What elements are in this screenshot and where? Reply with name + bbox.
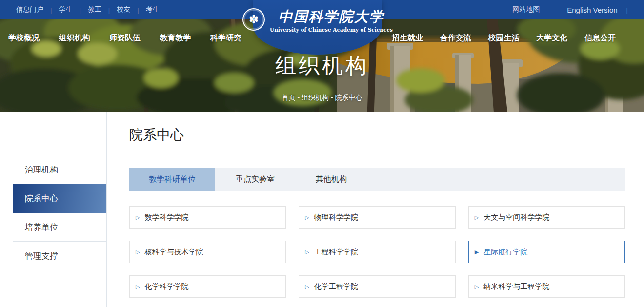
topbar-link-students[interactable]: 学生 [59,5,72,14]
nav-item-school-overview[interactable]: 学校概况 [8,33,40,43]
department-name: 物理科学学院 [314,213,358,222]
tab-bar: 教学科研单位 重点实验室 其他机构 [129,168,625,191]
separator: | [50,6,52,14]
nav-item-organization[interactable]: 组织机构 [59,33,90,43]
university-logo[interactable]: ✽ 中国科学院大学 University of Chinese Academy … [253,0,382,55]
topbar-right: 网站地图 English Version | [512,5,628,14]
ucas-emblem-icon: ✽ [242,8,265,31]
topbar-link-portal[interactable]: 信息门户 [16,5,43,14]
department-name: 化学工程学院 [314,282,358,291]
nav-item-campus-life[interactable]: 校园生活 [488,33,520,43]
sidebar-item-admin[interactable]: 管理支撑 [13,242,106,270]
topbar-link-alumni[interactable]: 校友 [117,5,130,14]
caret-right-icon: ▷ [305,215,309,220]
page-title: 院系中心 [129,126,625,144]
department-card[interactable]: ▷ 物理科学学院 [299,206,455,229]
topbar-link-staff[interactable]: 教工 [88,5,101,14]
department-name: 化学科学学院 [144,282,188,291]
department-card[interactable]: ▷ 纳米科学与工程学院 [468,275,625,298]
sitemap-link[interactable]: 网站地图 [512,5,540,14]
nav-right-group: 招生就业 合作交流 校园生活 大学文化 信息公开 [392,33,616,43]
department-card[interactable]: ▷ 核科学与技术学院 [129,241,286,263]
department-name: 核科学与技术学院 [144,248,203,257]
caret-right-icon: ▷ [475,284,479,289]
nav-item-admissions[interactable]: 招生就业 [392,33,423,43]
caret-right-filled-icon: ▶ [475,249,479,255]
nav-item-info-disclosure[interactable]: 信息公开 [584,33,616,43]
topbar-links: 信息门户 | 学生 | 教工 | 校友 | 考生 [16,5,160,14]
department-card[interactable]: ▷ 化学科学学院 [129,275,286,298]
sidebar-header-spacer [13,112,106,155]
tab-key-labs[interactable]: 重点实验室 [215,168,295,191]
nav-item-education[interactable]: 教育教学 [160,33,191,43]
separator: | [79,6,80,14]
content-area: 治理机构 院系中心 培养单位 管理支撑 院系中心 教学科研单位 重点实验室 其他… [0,112,644,307]
department-name: 天文与空间科学学院 [483,213,549,222]
sidebar-item-governance[interactable]: 治理机构 [13,155,106,184]
department-card-highlighted[interactable]: ▶ 星际航行学院 [468,241,625,263]
department-card[interactable]: ▷ 工程科学学院 [299,241,455,263]
separator: | [137,6,139,14]
caret-right-icon: ▷ [305,249,309,255]
hero-title: 组织机构 [0,52,644,80]
department-name: 纳米科学与工程学院 [483,282,549,291]
caret-right-icon: ▷ [475,215,479,220]
english-version-link[interactable]: English Version [567,6,617,14]
tab-other-orgs[interactable]: 其他机构 [295,168,367,191]
sidebar-item-schools[interactable]: 院系中心 [13,184,106,213]
department-name: 星际航行学院 [483,248,527,257]
caret-right-icon: ▷ [305,284,309,289]
department-grid: ▷ 数学科学学院 ▷ 物理科学学院 ▷ 天文与空间科学学院 ▷ 核科学与技术学院… [129,206,625,298]
nav-item-culture[interactable]: 大学文化 [536,33,567,43]
separator: | [626,6,628,14]
separator: | [108,6,110,14]
nav-item-research[interactable]: 科学研究 [210,33,242,43]
department-name: 工程科学学院 [314,248,358,257]
department-name: 数学科学学院 [144,213,188,222]
breadcrumb[interactable]: 首页 - 组织机构 - 院系中心 [0,94,644,102]
sidebar-item-training[interactable]: 培养单位 [13,213,106,242]
page: 信息门户 | 学生 | 教工 | 校友 | 考生 网站地图 English Ve… [0,0,644,307]
nav-item-cooperation[interactable]: 合作交流 [440,33,471,43]
main-panel: 院系中心 教学科研单位 重点实验室 其他机构 ▷ 数学科学学院 ▷ 物理科学学院… [129,112,625,298]
department-card[interactable]: ▷ 化学工程学院 [299,275,455,298]
sidebar: 治理机构 院系中心 培养单位 管理支撑 [13,112,107,307]
caret-right-icon: ▷ [136,249,140,255]
logo-name-en: University of Chinese Academy of Science… [270,27,393,33]
tab-teaching-research[interactable]: 教学科研单位 [129,168,215,191]
department-card[interactable]: ▷ 数学科学学院 [129,206,286,229]
nav-left-group: 学校概况 组织机构 师资队伍 教育教学 科学研究 [8,33,242,43]
logo-name-cn: 中国科学院大学 [279,8,384,25]
topbar-link-applicants[interactable]: 考生 [146,5,160,14]
caret-right-icon: ▷ [136,215,140,220]
nav-item-faculty[interactable]: 师资队伍 [109,33,141,43]
title-divider [129,156,625,156]
caret-right-icon: ▷ [136,284,140,289]
logo-text: 中国科学院大学 University of Chinese Academy of… [270,8,393,33]
department-card[interactable]: ▷ 天文与空间科学学院 [468,206,625,229]
